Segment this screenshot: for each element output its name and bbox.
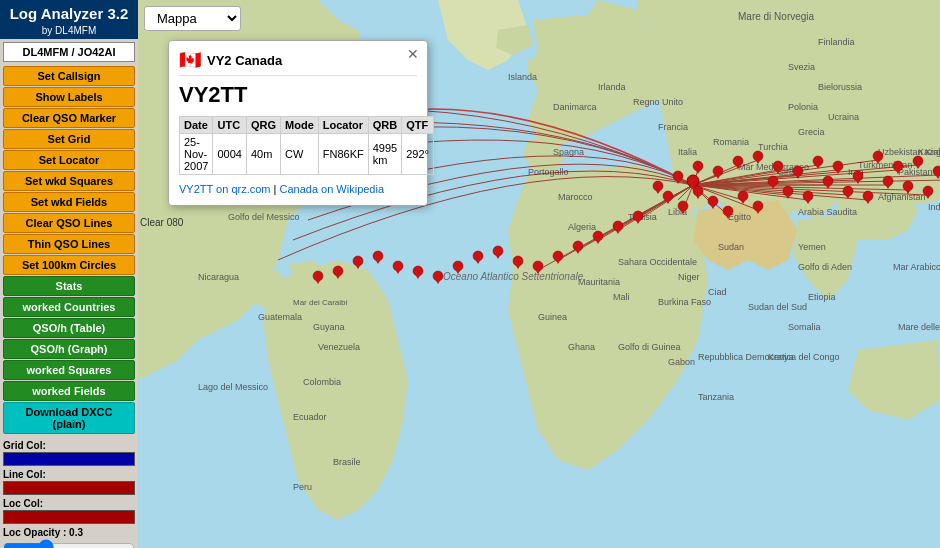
svg-text:Gabon: Gabon	[668, 357, 695, 367]
stats-button[interactable]: Stats	[3, 276, 135, 296]
download-dxcc-button[interactable]: Download DXCC (plain)	[3, 402, 135, 434]
callsign-display: DL4MFM / JO42AI	[3, 42, 135, 62]
svg-text:Libia: Libia	[668, 207, 687, 217]
svg-text:Golfo di Aden: Golfo di Aden	[798, 262, 852, 272]
set-grid-button[interactable]: Set Grid	[3, 129, 135, 149]
svg-text:Repubblica Democratica del Con: Repubblica Democratica del Congo	[698, 352, 840, 362]
svg-text:Turkmenistan: Turkmenistan	[858, 160, 912, 170]
svg-text:Danimarca: Danimarca	[553, 102, 597, 112]
opacity-label: Loc Opacity : 0.3	[3, 527, 135, 538]
svg-text:Mali: Mali	[613, 292, 630, 302]
svg-text:Sahara Occidentale: Sahara Occidentale	[618, 257, 697, 267]
clear-qso-lines-button[interactable]: Clear QSO Lines	[3, 213, 135, 233]
svg-text:Venezuela: Venezuela	[318, 342, 360, 352]
loc-col-label: Loc Col:	[3, 498, 135, 509]
map-area: Mare di Norvegia Svezia Finlandia Bielor…	[138, 0, 940, 548]
svg-text:Polonia: Polonia	[788, 102, 818, 112]
svg-text:Uzbekistan Kirghizstan: Uzbekistan Kirghizstan	[878, 147, 940, 157]
popup-country: VY2 Canada	[207, 53, 282, 68]
svg-text:Marocco: Marocco	[558, 192, 593, 202]
svg-text:Finlandia: Finlandia	[818, 37, 855, 47]
sidebar: Log Analyzer 3.2 by DL4MFM DL4MFM / JO42…	[0, 0, 138, 548]
map-type-select[interactable]: Mappa Satellite Terrain	[144, 6, 241, 31]
svg-text:Siria: Siria	[778, 167, 796, 177]
set-callsign-button[interactable]: Set Callsign	[3, 66, 135, 86]
svg-text:Colombia: Colombia	[303, 377, 341, 387]
svg-text:Ghana: Ghana	[568, 342, 595, 352]
set-wkd-squares-button[interactable]: Set wkd Squares	[3, 171, 135, 191]
set-wkd-fields-button[interactable]: Set wkd Fields	[3, 192, 135, 212]
svg-text:Ecuador: Ecuador	[293, 412, 327, 422]
line-col-bar[interactable]	[3, 481, 135, 495]
svg-text:Golfo di Guinea: Golfo di Guinea	[618, 342, 681, 352]
svg-text:Nicaragua: Nicaragua	[198, 272, 239, 282]
set-100km-circles-button[interactable]: Set 100km Circles	[3, 255, 135, 275]
svg-text:Guinea: Guinea	[538, 312, 567, 322]
popup-header: 🇨🇦 VY2 Canada	[179, 49, 417, 76]
popup-table-row: 25-Nov-2007000440mCWFN86KF4995 km292°	[180, 134, 434, 175]
svg-text:Svezia: Svezia	[788, 62, 815, 72]
qrz-link[interactable]: VY2TT on qrz.com	[179, 183, 271, 195]
svg-text:Somalia: Somalia	[788, 322, 821, 332]
worked-fields-button[interactable]: worked Fields	[3, 381, 135, 401]
svg-text:Peru: Peru	[293, 482, 312, 492]
map-dropdown[interactable]: Mappa Satellite Terrain	[144, 6, 241, 31]
svg-text:Mar dei Caraibi: Mar dei Caraibi	[293, 298, 347, 307]
svg-text:Lago del Messico: Lago del Messico	[198, 382, 268, 392]
svg-text:Etiopia: Etiopia	[808, 292, 836, 302]
svg-text:Irlanda: Irlanda	[598, 82, 626, 92]
show-labels-button[interactable]: Show Labels	[3, 87, 135, 107]
svg-text:Ucraina: Ucraina	[828, 112, 859, 122]
svg-text:Sudan del Sud: Sudan del Sud	[748, 302, 807, 312]
set-locator-button[interactable]: Set Locator	[3, 150, 135, 170]
svg-text:Mare delle Laclavie: Mare delle Laclavie	[898, 322, 940, 332]
svg-text:Grecia: Grecia	[798, 127, 825, 137]
thin-qso-lines-button[interactable]: Thin QSO Lines	[3, 234, 135, 254]
popup-flag: 🇨🇦	[179, 49, 201, 71]
svg-text:Romania: Romania	[713, 137, 749, 147]
app-title-main: Log Analyzer 3.2	[2, 4, 136, 24]
grid-col-bar[interactable]	[3, 452, 135, 466]
line-col-label: Line Col:	[3, 469, 135, 480]
svg-text:Mar Arabico: Mar Arabico	[893, 262, 940, 272]
popup-table-header: DateUTCQRGModeLocatorQRBQTF	[180, 117, 434, 134]
svg-text:Tanzania: Tanzania	[698, 392, 734, 402]
popup-links: VY2TT on qrz.com | Canada on Wikipedia	[179, 183, 417, 195]
svg-text:Bielorussia: Bielorussia	[818, 82, 862, 92]
svg-text:Afghanistan: Afghanistan	[878, 192, 926, 202]
svg-text:Oceano Atlantico Settentrional: Oceano Atlantico Settentrionale	[443, 271, 584, 282]
svg-text:Regno Unito: Regno Unito	[633, 97, 683, 107]
svg-text:Algeria: Algeria	[568, 222, 596, 232]
svg-text:Yemen: Yemen	[798, 242, 826, 252]
popup-table: DateUTCQRGModeLocatorQRBQTF 25-Nov-20070…	[179, 116, 434, 175]
popup-close-button[interactable]: ✕	[407, 46, 419, 62]
svg-text:Golfo del Messico: Golfo del Messico	[228, 212, 300, 222]
app-title: Log Analyzer 3.2 by DL4MFM	[0, 0, 138, 39]
grid-col-label: Grid Col:	[3, 440, 135, 451]
svg-text:Francia: Francia	[658, 122, 688, 132]
clear-080-label: Clear 080	[140, 217, 183, 228]
opacity-slider[interactable]	[3, 539, 135, 549]
svg-text:Guyana: Guyana	[313, 322, 345, 332]
popup-callsign: VY2TT	[179, 82, 417, 108]
loc-col-bar[interactable]	[3, 510, 135, 524]
svg-text:Burkina Faso: Burkina Faso	[658, 297, 711, 307]
svg-text:India: India	[928, 202, 940, 212]
svg-text:Arabia Saudita: Arabia Saudita	[798, 207, 857, 217]
qso-h-table-button[interactable]: QSO/h (Table)	[3, 318, 135, 338]
svg-text:Sudan: Sudan	[718, 242, 744, 252]
svg-text:Turchia: Turchia	[758, 142, 788, 152]
qso-h-graph-button[interactable]: QSO/h (Graph)	[3, 339, 135, 359]
sidebar-buttons: Set CallsignShow LabelsClear QSO MarkerS…	[0, 65, 138, 435]
svg-text:Spagna: Spagna	[553, 147, 584, 157]
svg-text:Ciad: Ciad	[708, 287, 727, 297]
svg-text:Portogallo: Portogallo	[528, 167, 569, 177]
svg-text:Mauritania: Mauritania	[578, 277, 620, 287]
wikipedia-link[interactable]: Canada on Wikipedia	[279, 183, 384, 195]
worked-squares-button[interactable]: worked Squares	[3, 360, 135, 380]
svg-text:Mare di Norvegia: Mare di Norvegia	[738, 11, 815, 22]
svg-text:Italia: Italia	[678, 147, 697, 157]
clear-qso-marker-button[interactable]: Clear QSO Marker	[3, 108, 135, 128]
color-section: Grid Col: Line Col: Loc Col: Loc Opacity…	[0, 435, 138, 549]
worked-countries-button[interactable]: worked Countries	[3, 297, 135, 317]
